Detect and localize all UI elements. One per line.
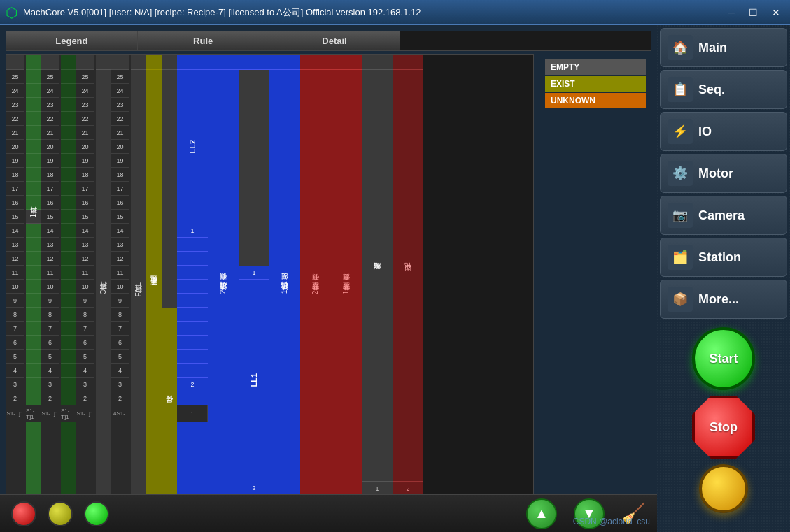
legend-box: EMPTY EXIST UNKNOWN <box>539 54 651 526</box>
pause-button[interactable] <box>699 464 748 513</box>
tab-legend[interactable]: Legend <box>6 31 138 50</box>
segment-col4: 下料口FAIL <box>131 55 146 526</box>
app-logo: ⬡ <box>6 4 17 21</box>
legend-exist: EXIST <box>545 76 646 92</box>
nav-main[interactable]: 🏠 Main <box>660 28 787 67</box>
traffic-green[interactable] <box>84 501 109 526</box>
nav-seq[interactable]: 📋 Seq. <box>660 70 787 109</box>
tab-detail[interactable]: Detail <box>269 31 401 50</box>
lrd-header: Legend Rule Detail <box>6 31 651 51</box>
segment-ll2: LL2 1 2 <box>177 55 208 526</box>
segment-flat2: 共平整2(右侧) 1 <box>300 55 331 526</box>
content-area: Legend Rule Detail 25 24 23 22 21 <box>0 25 657 532</box>
nav-more[interactable]: 📦 More... <box>660 280 787 319</box>
arrow-up-button[interactable]: ▲ <box>526 498 557 529</box>
segment-flat1: 共平整1(左侧) 1 <box>331 55 362 526</box>
segment-col1: 上料口1 <box>26 55 41 526</box>
nav-camera[interactable]: 📷 Camera <box>660 196 787 235</box>
legend-empty: EMPTY <box>545 59 646 75</box>
close-button[interactable]: ✕ <box>768 7 784 18</box>
main-layout: Legend Rule Detail 25 24 23 22 21 <box>0 25 790 532</box>
app-title: MachCore V5.0[001] [user: N/A] [recipe: … <box>23 6 724 19</box>
legend-unknown: UNKNOWN <box>545 93 646 108</box>
tab-rule[interactable]: Rule <box>138 31 269 50</box>
bottom-bar: ▲ ▼ 🧹 <box>0 494 657 532</box>
watermark: CSDN @acloud_csu <box>573 517 650 526</box>
segment-col2: S1-T]1 <box>61 55 76 526</box>
segment-edge: 寻边位 <box>162 55 177 526</box>
nav-station[interactable]: 🗂️ Station <box>660 238 787 277</box>
bottom-label-1: S1-T]1 <box>6 405 24 422</box>
segment-ll1: 1 LL1 2 1 <box>239 55 269 526</box>
start-button[interactable]: Start <box>692 327 755 390</box>
stop-button[interactable]: Stop <box>692 396 755 459</box>
bottom-label-2: S1-T]1 <box>41 405 59 422</box>
segment-clean2: 清洗机构2(右侧) 1 <box>208 55 239 526</box>
row-numbers-3: 25 24 23 22 21 20 19 18 17 16 15 14 13 1… <box>76 55 96 526</box>
traffic-yellow[interactable] <box>48 501 73 526</box>
segment-cure: 固化 2 1 <box>393 55 423 526</box>
nav-motor[interactable]: ⚙️ Motor <box>660 154 787 193</box>
traffic-red[interactable] <box>11 501 36 526</box>
nav-io[interactable]: ⚡ IO <box>660 112 787 151</box>
segment-detect: 检测站 1 1 <box>362 55 393 526</box>
segment-plasma: 等离子活化位 <box>146 55 162 526</box>
row-numbers-1: 25 24 23 22 21 20 19 18 17 16 15 14 13 1… <box>6 55 26 526</box>
segment-col3: 下料口OK S1-T]1 <box>96 55 111 526</box>
title-bar: ⬡ MachCore V5.0[001] [user: N/A] [recipe… <box>0 0 790 25</box>
row-numbers-4: 25 24 23 22 21 20 19 18 17 16 15 14 13 1… <box>111 55 131 526</box>
row-numbers-2: 25 24 23 22 21 20 19 18 17 16 15 14 13 1… <box>41 55 61 526</box>
right-sidebar: 🏠 Main 📋 Seq. ⚡ IO ⚙️ Motor 📷 Camera 🗂️ … <box>657 25 790 532</box>
maximize-button[interactable]: ☐ <box>745 7 762 18</box>
segment-clean1: 清洗机构1(左侧) 1 <box>269 55 300 526</box>
minimize-button[interactable]: ─ <box>724 7 739 18</box>
